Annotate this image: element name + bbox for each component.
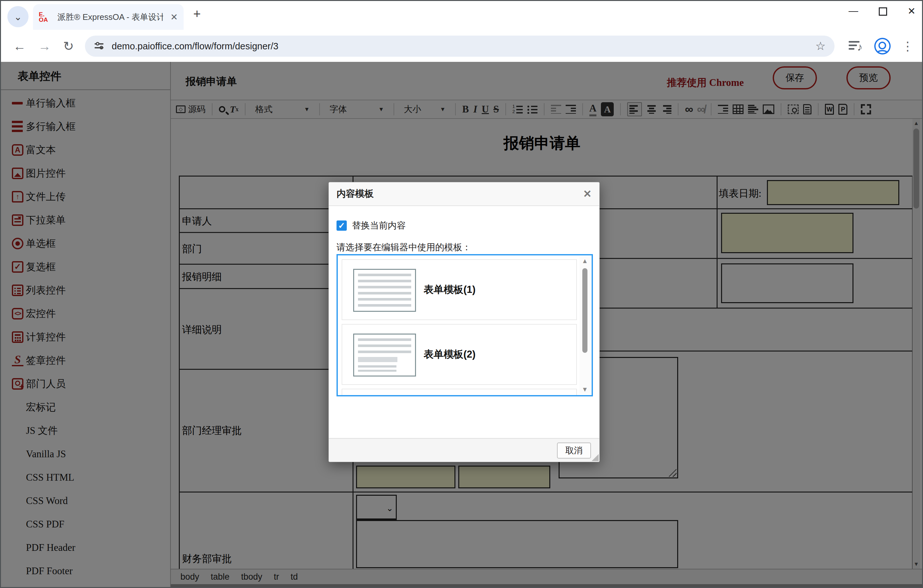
close-icon[interactable]: ✕ [583,188,591,200]
sidebar-item-7[interactable]: 单选框 [1,232,170,255]
department-input[interactable] [721,263,854,303]
save-button[interactable]: 保存 [773,66,817,89]
url-text[interactable]: demo.paioffice.com/flow/form/designer/3 [112,41,279,52]
manager-approval-input-2[interactable] [458,466,550,488]
tab-search-button[interactable]: ⌄ [7,6,28,27]
element-path-tr[interactable]: tr [274,572,279,582]
sidebar-item-8[interactable]: 复选框 [1,255,170,278]
sidebar-item-2[interactable]: 多行输入框 [1,115,170,138]
window-close-button[interactable]: ✕ [908,5,916,16]
sidebar-item-6[interactable]: 下拉菜单 [1,208,170,232]
template-item-partial[interactable] [342,389,577,396]
sidebar-item-13[interactable]: 部门人员 [1,372,170,396]
underline-button[interactable]: U [482,102,489,116]
resize-handle-icon[interactable] [669,469,677,477]
export-word-icon[interactable]: W [825,104,834,115]
new-tab-button[interactable]: + [193,7,200,21]
sidebar-item-21[interactable]: PDF Footer [1,559,170,583]
align-left-icon[interactable] [629,105,640,114]
preview-button[interactable]: 预览 [846,66,891,89]
sidebar-item-5[interactable]: 文件上传 [1,185,170,208]
text-color-button[interactable]: A [590,102,596,116]
cancel-button[interactable]: 取消 [557,442,591,458]
font-dropdown[interactable]: 字体▼ [326,102,387,116]
media-control-icon[interactable]: ♪ [849,40,862,53]
browser-tab[interactable]: E.OA 派胜® ExpressOA - 表单设计器 ✕ [33,4,184,30]
window-maximize-button[interactable] [879,7,887,16]
editor-scrollbar[interactable]: ▲ ▼ [912,119,920,569]
tab-close-icon[interactable]: ✕ [171,12,178,23]
export-pdf-icon[interactable]: P [838,104,847,115]
sidebar-item-3[interactable]: 富文本 [1,138,170,161]
browser-menu-icon[interactable]: ⋮ [902,39,914,53]
element-path-body[interactable]: body [181,572,199,582]
scroll-down-icon[interactable]: ▼ [580,386,590,393]
find-button[interactable] [219,102,225,116]
maximize-editor-icon[interactable] [861,104,871,114]
link-icon[interactable]: ∞ [685,102,693,116]
dialog-resize-handle-icon[interactable] [591,454,599,461]
template-item-1[interactable]: 表单模板(1) [342,259,577,320]
sidebar-item-14[interactable]: 宏标记 [1,396,170,419]
sidebar-item-15[interactable]: JS 文件 [1,419,170,442]
checkbox-checked-icon[interactable]: ✓ [337,220,347,231]
applicant-input[interactable] [721,213,854,253]
scroll-down-icon[interactable]: ▼ [912,561,920,567]
paragraph-format-dropdown[interactable]: 格式▼ [252,102,313,116]
address-bar[interactable]: demo.paioffice.com/flow/form/designer/3 … [85,36,835,57]
scroll-up-icon[interactable]: ▲ [912,120,920,126]
sidebar-item-11[interactable]: 计算控件 [1,325,170,349]
indent-icon[interactable] [566,105,576,114]
font-size-dropdown[interactable]: 大小▼ [401,102,449,116]
sidebar-item-4[interactable]: 图片控件 [1,161,170,185]
sidebar-item-19[interactable]: CSS PDF [1,512,170,536]
bullet-list-icon[interactable] [527,105,537,114]
sidebar-item-17[interactable]: CSS HTML [1,466,170,489]
insert-image-icon[interactable] [763,105,774,114]
dialog-header[interactable]: 内容模板 ✕ [329,182,599,206]
unlink-icon[interactable]: ∞̸ [697,102,705,116]
bold-button[interactable]: B [462,102,469,116]
scroll-up-icon[interactable]: ▲ [580,257,590,265]
sidebar-item-10[interactable]: 宏控件 [1,302,170,325]
align-right-icon[interactable] [661,105,672,114]
sidebar-item-20[interactable]: PDF Header [1,536,170,559]
bookmark-star-icon[interactable]: ☆ [815,39,826,53]
template-list-scrollbar[interactable]: ▲ ▼ [580,257,590,394]
sidebar-item-1[interactable]: 单行输入框 [1,91,170,115]
outdent-icon[interactable] [551,105,561,114]
page-break-icon[interactable] [718,105,728,114]
sidebar-item-9[interactable]: 列表控件 [1,278,170,302]
finance-approval-box[interactable] [356,520,678,568]
back-icon[interactable]: ← [13,39,26,54]
ordered-list-icon[interactable] [512,105,523,114]
template-item-2[interactable]: 表单模板(2) [342,324,577,385]
remove-format-button[interactable]: Tx [230,102,238,116]
strikethrough-button[interactable]: S [493,102,499,116]
forward-icon[interactable]: → [38,39,51,54]
insert-table-icon[interactable] [732,105,744,114]
background-color-button[interactable]: A [601,102,614,116]
sidebar-item-18[interactable]: CSS Word [1,489,170,512]
profile-avatar-icon[interactable] [874,38,891,54]
templates-icon[interactable] [803,104,811,114]
sidebar-item-16[interactable]: Vanilla JS [1,442,170,466]
scrollbar-thumb[interactable] [913,128,919,209]
replace-content-option[interactable]: ✓ 替换当前内容 [337,220,406,232]
element-path-td[interactable]: td [291,572,298,582]
window-minimize-button[interactable]: — [849,5,858,16]
element-path-table[interactable]: table [211,572,230,582]
italic-button[interactable]: I [473,102,477,116]
reload-icon[interactable]: ↻ [63,39,74,54]
date-input[interactable] [767,180,899,205]
manager-approval-input-1[interactable] [356,466,455,488]
element-path-tbody[interactable]: tbody [241,572,262,582]
finance-select[interactable]: ⌄ [356,495,397,521]
horizontal-rule-icon[interactable] [748,105,758,114]
align-center-icon[interactable] [646,105,657,114]
site-settings-icon[interactable] [94,41,105,51]
sidebar-item-12[interactable]: 签章控件 [1,349,170,372]
scrollbar-thumb[interactable] [582,268,588,353]
placeholder-icon[interactable] [788,105,799,114]
source-button[interactable]: ◇源码 [176,102,205,116]
